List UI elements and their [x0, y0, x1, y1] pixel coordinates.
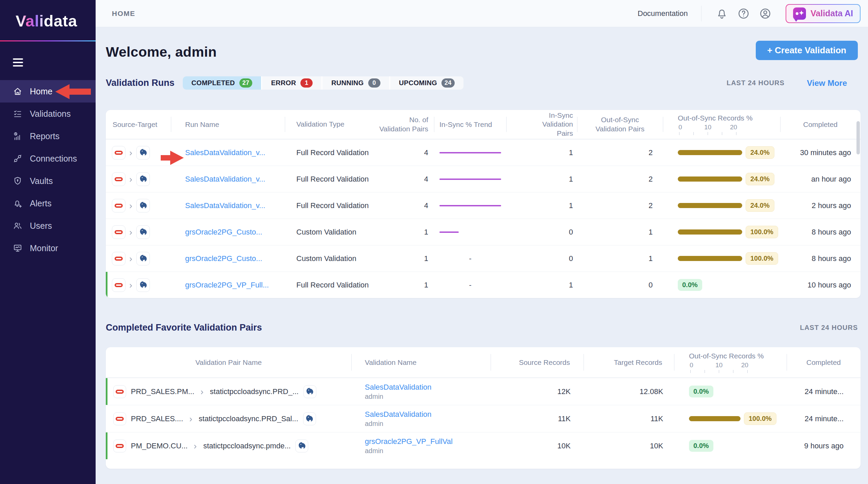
ai-button-label: Validata AI	[810, 8, 853, 18]
tab-running[interactable]: RUNNING 0	[322, 76, 390, 90]
in-sync-pairs: 1	[506, 166, 577, 192]
table-header: Source-Target Run Name Validation Type N…	[106, 110, 861, 139]
oos-bar	[678, 150, 742, 155]
validation-runs-title: Validation Runs	[106, 78, 175, 88]
out-of-sync-pairs: 2	[577, 166, 663, 192]
pairs-count: 1	[370, 272, 434, 298]
completed-time: 8 hours ago	[780, 219, 861, 245]
oracle-icon	[112, 252, 125, 265]
sidebar-item-vaults[interactable]: Vaults	[0, 170, 96, 192]
validation-name-link[interactable]: SalesDataValidation	[365, 410, 432, 419]
validation-runs-header: Validation Runs COMPLETED 27 ERROR 1 RUN…	[106, 76, 858, 90]
validation-type: Full Record Validation	[285, 192, 370, 219]
sidebar-item-validations[interactable]: Validations	[0, 103, 96, 125]
run-name-link[interactable]: grsOracle2PG_Custo...	[171, 245, 285, 272]
oos-records-cell: 24.0%	[663, 139, 780, 166]
validation-type: Full Record Validation	[285, 166, 370, 192]
source-target-cell	[106, 272, 171, 298]
pair-name-cell: PRD_SALES.PM... statictpccloadsync.PRD_.…	[106, 378, 351, 405]
validata-logo: Validata	[0, 0, 96, 30]
completed-time: 8 hours ago	[780, 245, 861, 272]
tab-error[interactable]: ERROR 1	[262, 76, 322, 90]
oracle-icon	[112, 146, 125, 160]
run-name-link[interactable]: SalesDataValidation_v...	[171, 166, 285, 192]
validata-logo-text: Validata	[16, 12, 77, 30]
sidebar-item-reports[interactable]: Reports	[0, 125, 96, 147]
table-row[interactable]: grsOracle2PG_Custo... Custom Validation …	[106, 245, 861, 272]
view-more-link[interactable]: View More	[807, 78, 847, 88]
postgresql-icon	[303, 385, 316, 398]
table-row[interactable]: PM_DEMO.CU... statictpccloadsync.pmde...…	[106, 432, 861, 459]
postgresql-icon	[136, 172, 150, 186]
out-of-sync-pairs: 1	[577, 219, 663, 245]
oos-records-cell: 100.0%	[663, 245, 780, 272]
help-icon[interactable]	[737, 7, 750, 20]
col-validation-name: Validation Name	[351, 347, 491, 377]
time-range-label: LAST 24 HOURS	[727, 79, 785, 87]
notifications-bell-icon[interactable]	[716, 7, 728, 20]
create-validation-button[interactable]: + Create Validation	[756, 41, 858, 60]
sidebar-item-users[interactable]: Users	[0, 215, 96, 237]
oos-pct-badge: 100.0%	[744, 412, 776, 425]
documentation-link[interactable]: Documentation	[638, 9, 688, 18]
col-oos-records-pct: Out-of-Sync Records % 0 10 20	[663, 110, 780, 139]
oos-pct-badge: 24.0%	[746, 146, 774, 159]
account-icon[interactable]	[759, 7, 771, 20]
sidebar-item-monitor[interactable]: Monitor	[0, 237, 96, 259]
oos-pct-badge: 0.0%	[678, 279, 702, 291]
oos-pct-badge: 24.0%	[746, 173, 774, 185]
pairs-count: 4	[370, 139, 434, 166]
run-name-link[interactable]: SalesDataValidation_v...	[171, 192, 285, 219]
main-content: Welcome, admin + Create Validation Valid…	[96, 27, 868, 484]
run-name-link[interactable]: SalesDataValidation_v...	[171, 139, 285, 166]
validation-name-link[interactable]: SalesDataValidation	[365, 383, 432, 392]
source-target-cell	[106, 245, 171, 272]
table-row[interactable]: grsOracle2PG_Custo... Custom Validation …	[106, 219, 861, 245]
target-pair-name: statictpccloadsync.PRD_...	[210, 387, 299, 396]
users-icon	[13, 221, 22, 230]
validation-runs-table: Source-Target Run Name Validation Type N…	[106, 110, 861, 298]
ai-chat-sparkle-icon	[793, 7, 806, 20]
validation-name-link[interactable]: grsOracle2PG_VP_FullVal	[365, 437, 453, 446]
table-row[interactable]: SalesDataValidation_v... Full Record Val…	[106, 139, 861, 166]
completed-time: 24 minute...	[787, 378, 861, 405]
completed-time: an hour ago	[780, 166, 861, 192]
table-row[interactable]: SalesDataValidation_v... Full Record Val…	[106, 166, 861, 192]
scrollbar-thumb[interactable]	[856, 121, 860, 154]
completed-count-badge: 27	[239, 78, 253, 88]
source-target-cell	[106, 219, 171, 245]
table-row[interactable]: SalesDataValidation_v... Full Record Val…	[106, 192, 861, 219]
table-row[interactable]: PRD_SALES.... statictpccloadsync.PRD_Sal…	[106, 405, 861, 432]
sidebar-item-alerts[interactable]: Alerts	[0, 192, 96, 215]
run-name-link[interactable]: grsOracle2PG_VP_Full...	[171, 272, 285, 298]
col-no-of-pairs: No. of Validation Pairs	[370, 110, 434, 139]
sidebar-nav: Home Validations Reports Connections Vau…	[0, 80, 96, 259]
col-validation-type: Validation Type	[285, 110, 370, 139]
validation-name-cell: SalesDataValidation admin	[351, 405, 491, 432]
run-name-link[interactable]: grsOracle2PG_Custo...	[171, 219, 285, 245]
shield-icon	[13, 176, 22, 186]
chevron-right-icon	[128, 203, 134, 209]
in-sync-trend-sparkline	[434, 139, 506, 166]
table-row[interactable]: grsOracle2PG_VP_Full... Full Record Vali…	[106, 272, 861, 298]
hamburger-menu-icon[interactable]	[13, 58, 23, 67]
postgresql-icon	[136, 252, 150, 265]
tab-upcoming[interactable]: UPCOMING 24	[390, 76, 463, 90]
tab-label: COMPLETED	[192, 79, 235, 87]
tab-completed[interactable]: COMPLETED 27	[183, 76, 262, 90]
completed-time: 9 hours ago	[787, 432, 861, 459]
source-records: 10K	[491, 432, 584, 459]
sidebar-item-label: Alerts	[30, 199, 52, 208]
oos-pct-badge: 0.0%	[689, 440, 713, 452]
out-of-sync-pairs: 2	[577, 139, 663, 166]
validata-ai-button[interactable]: Validata AI	[786, 4, 861, 23]
status-tabs: COMPLETED 27 ERROR 1 RUNNING 0 UPCOMING …	[183, 76, 463, 90]
sidebar-item-connections[interactable]: Connections	[0, 147, 96, 170]
in-sync-pairs: 0	[506, 245, 577, 272]
favorites-table: Validation Pair Name Validation Name Sou…	[106, 347, 861, 469]
oos-pct-axis: 0 10 20	[678, 124, 743, 135]
annotation-arrow-run-name	[161, 151, 184, 165]
chevron-right-icon	[199, 389, 205, 395]
table-row[interactable]: PRD_SALES.PM... statictpccloadsync.PRD_.…	[106, 378, 861, 405]
oos-records-cell: 0.0%	[674, 432, 787, 459]
